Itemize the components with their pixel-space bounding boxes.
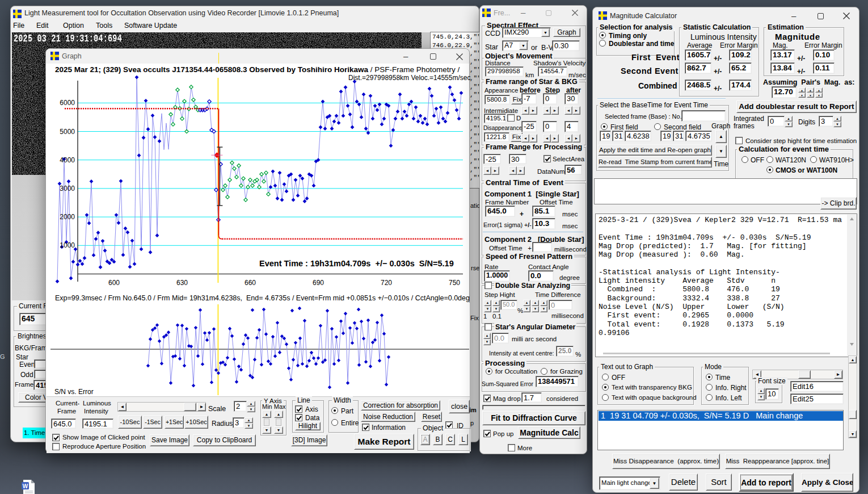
- svg-text:600: 600: [108, 279, 120, 287]
- svg-text:4000: 4000: [60, 156, 75, 164]
- svg-text:2000: 2000: [60, 213, 75, 221]
- svg-text:720: 720: [381, 279, 392, 287]
- svg-text:5000: 5000: [60, 128, 75, 136]
- svg-text:660: 660: [245, 279, 256, 287]
- svg-text:Exp=99.3msec / Frm No.645.0 /: Exp=99.3msec / Frm No.645.0 / Frm Mid= 1…: [55, 294, 470, 302]
- svg-text:690: 690: [313, 279, 324, 287]
- svg-text:630: 630: [176, 279, 188, 287]
- svg-text:Event Time : 19h31m04.709s +/: Event Time : 19h31m04.709s +/− 0.030s S/…: [259, 259, 454, 268]
- svg-text:1000: 1000: [60, 241, 75, 249]
- svg-text:S/N vs. Error: S/N vs. Error: [54, 388, 94, 396]
- svg-text:3000: 3000: [60, 185, 75, 192]
- svg-text:W: W: [23, 483, 28, 489]
- svg-text:750: 750: [449, 279, 460, 287]
- svg-text:6000: 6000: [60, 99, 75, 107]
